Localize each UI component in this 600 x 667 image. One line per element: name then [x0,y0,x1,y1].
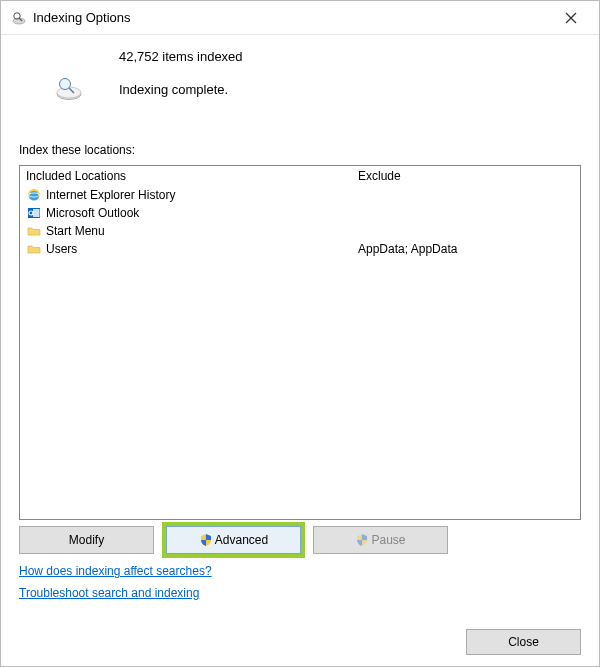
modify-button-label: Modify [69,533,104,547]
close-window-button[interactable] [551,1,591,34]
list-item[interactable]: Internet Explorer History [20,186,580,204]
list-item-exclude: AppData; AppData [356,242,580,256]
list-item-label: Microsoft Outlook [46,206,356,220]
advanced-button[interactable]: Advanced [166,526,301,554]
list-body: Internet Explorer History Mic [20,186,580,519]
magnifier-drive-large-icon [53,74,85,105]
close-button-label: Close [508,635,539,649]
magnifier-drive-icon [11,10,27,26]
svg-point-7 [60,79,71,90]
advanced-button-label: Advanced [215,533,268,547]
outlook-icon [26,205,42,221]
uac-shield-disabled-icon [355,533,369,547]
list-item-label: Start Menu [46,224,356,238]
pause-button: Pause [313,526,448,554]
button-row: Modify Advanced [19,526,581,554]
close-icon [565,12,577,24]
column-header-included[interactable]: Included Locations [20,169,356,183]
locations-list[interactable]: Included Locations Exclude Internet Ex [19,165,581,520]
indexing-status-text: Indexing complete. [119,82,228,97]
list-header: Included Locations Exclude [20,166,580,186]
indexing-options-window: Indexing Options 42,752 items indexed [0,0,600,667]
items-indexed-count: 42,752 items indexed [119,49,581,64]
index-locations-label: Index these locations: [19,143,581,157]
window-title: Indexing Options [33,10,551,25]
help-links: How does indexing affect searches? Troub… [19,564,581,608]
folder-icon [26,223,42,239]
pause-button-label: Pause [371,533,405,547]
content-area: 42,752 items indexed Indexing complete. … [1,35,599,618]
troubleshoot-link[interactable]: Troubleshoot search and indexing [19,586,199,600]
svg-rect-12 [33,209,40,217]
list-item[interactable]: Start Menu [20,222,580,240]
titlebar: Indexing Options [1,1,599,35]
column-header-exclude[interactable]: Exclude [356,169,580,183]
list-item-label: Internet Explorer History [46,188,356,202]
modify-button[interactable]: Modify [19,526,154,554]
uac-shield-icon [199,533,213,547]
list-item[interactable]: Microsoft Outlook [20,204,580,222]
footer: Close [1,618,599,666]
status-row: Indexing complete. [19,74,581,105]
how-indexing-affects-link[interactable]: How does indexing affect searches? [19,564,212,578]
list-item[interactable]: Users AppData; AppData [20,240,580,258]
list-item-label: Users [46,242,356,256]
folder-icon [26,241,42,257]
close-button[interactable]: Close [466,629,581,655]
ie-icon [26,187,42,203]
